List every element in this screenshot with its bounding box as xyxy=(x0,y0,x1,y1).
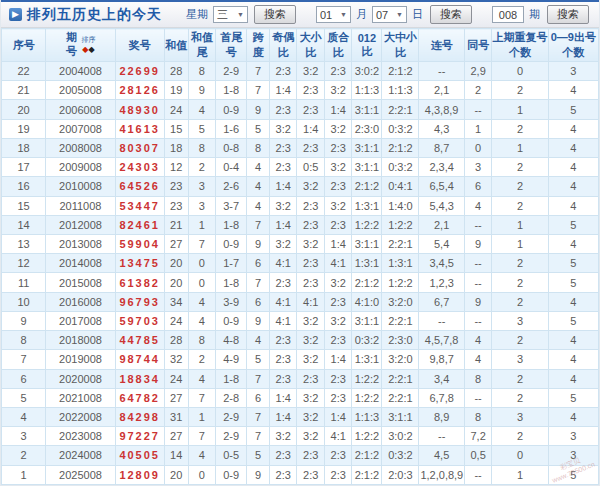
cell-distinct-count: 5 xyxy=(548,465,598,484)
cell-prime-composite: 2:3 xyxy=(324,215,352,234)
cell-repeat-count: 2 xyxy=(492,254,548,273)
cell-odd-even: 2:3 xyxy=(269,465,297,484)
cell-consecutive: 2,3,4 xyxy=(419,158,464,177)
cell-odd-even: 2:3 xyxy=(269,100,297,119)
cell-odd-even: 4:1 xyxy=(269,311,297,330)
cell-period: 2022008 xyxy=(46,407,115,426)
cell-sum-tail: 7 xyxy=(188,234,216,253)
cell-repeat-count: 0 xyxy=(492,62,548,81)
cell-same: 8 xyxy=(464,369,492,388)
cell-period: 2014008 xyxy=(46,254,115,273)
sort-desc-icon[interactable]: ◆ xyxy=(88,45,94,54)
cell-sum: 28 xyxy=(164,331,188,350)
week-select[interactable]: 三 ▼ xyxy=(213,6,248,23)
table-row: 22024008405051440-552:32:32:32:1:20:3:24… xyxy=(2,446,599,465)
cell-span: 5 xyxy=(247,350,270,369)
cell-span: 4 xyxy=(247,177,270,196)
cell-consecutive: 1,2,0,8,9 xyxy=(419,465,464,484)
cell-min-max: 1-8 xyxy=(216,215,247,234)
cell-consecutive: 6,5,4 xyxy=(419,177,464,196)
cell-prime-composite: 2:3 xyxy=(324,292,352,311)
cell-period: 2023008 xyxy=(46,427,115,446)
cell-same: 4 xyxy=(464,196,492,215)
sort-label: 排序 xyxy=(81,36,95,43)
cell-big-small: 3:2 xyxy=(297,234,325,253)
cell-prize: 59703 xyxy=(115,311,164,330)
cell-prime-composite: 2:3 xyxy=(324,138,352,157)
cell-big-small: 3:2 xyxy=(297,407,325,426)
cell-same: 7,2 xyxy=(464,427,492,446)
column-header-label: 期号 xyxy=(65,31,77,59)
cell-repeat-count: 1 xyxy=(492,234,548,253)
cell-period: 2016008 xyxy=(46,292,115,311)
cell-same: 1 xyxy=(464,119,492,138)
chevron-down-icon: ▼ xyxy=(237,11,244,18)
cell-prime-composite: 3:2 xyxy=(324,196,352,215)
cell-big-small: 3:2 xyxy=(297,427,325,446)
column-header-repeat-count: 上期重复号个数 xyxy=(492,29,548,62)
cell-distinct-count: 4 xyxy=(548,331,598,350)
cell-sum-tail: 8 xyxy=(188,138,216,157)
cell-consecutive: -- xyxy=(419,311,464,330)
table-row: 182008008803071880-882:32:32:33:1:12:1:2… xyxy=(2,138,599,157)
cell-repeat-count: 2 xyxy=(492,369,548,388)
cell-span: 5 xyxy=(247,446,270,465)
cell-prime-composite: 3:2 xyxy=(324,119,352,138)
cell-min-max: 2-8 xyxy=(216,388,247,407)
cell-same: 4 xyxy=(464,350,492,369)
table-row: 82018008447852884-842:33:22:30:3:22:3:04… xyxy=(2,331,599,350)
cell-period: 2017008 xyxy=(46,311,115,330)
cell-min-max: 0-4 xyxy=(216,158,247,177)
cell-same: 0 xyxy=(464,138,492,157)
column-header-label: 大中小比 xyxy=(384,31,417,58)
cell-span: 7 xyxy=(247,273,270,292)
cell-span: 7 xyxy=(247,407,270,426)
cell-sum: 32 xyxy=(164,350,188,369)
cell-min-max: 4-9 xyxy=(216,350,247,369)
table-row: 102016008967933443-964:14:12:34:1:03:2:0… xyxy=(2,292,599,311)
column-header-consecutive: 连号 xyxy=(419,29,464,62)
cell-prime-composite: 1:4 xyxy=(324,350,352,369)
cell-span: 6 xyxy=(247,254,270,273)
cell-consecutive: 6,7 xyxy=(419,292,464,311)
cell-same: 9 xyxy=(464,292,492,311)
cell-distinct-count: 4 xyxy=(548,138,598,157)
cell-prize: 28126 xyxy=(115,81,164,100)
month-select[interactable]: 01 ▼ xyxy=(316,6,351,23)
cell-distinct-count: 5 xyxy=(548,273,598,292)
day-select[interactable]: 07 ▼ xyxy=(372,6,407,23)
cell-consecutive: 4,3 xyxy=(419,119,464,138)
cell-repeat-count: 3 xyxy=(492,407,548,426)
cell-consecutive: -- xyxy=(419,62,464,81)
cell-same: 9 xyxy=(464,234,492,253)
issue-input[interactable] xyxy=(492,6,524,23)
cell-prime-composite: 2:3 xyxy=(324,465,352,484)
search-week-button[interactable]: 搜索 xyxy=(254,5,296,24)
cell-span: 6 xyxy=(247,292,270,311)
search-issue-button[interactable]: 搜索 xyxy=(547,5,589,24)
table-row: 172009008243031220-442:30:53:23:1:10:3:2… xyxy=(2,158,599,177)
cell-index: 12 xyxy=(2,254,46,273)
cell-big-small: 2:3 xyxy=(297,254,325,273)
cell-odd-even: 1:4 xyxy=(269,215,297,234)
table-row: 52021008647822772-861:43:22:31:2:22:2:16… xyxy=(2,388,599,407)
issue-label: 期 xyxy=(529,7,540,22)
cell-consecutive: 8,7 xyxy=(419,138,464,157)
cell-big-small: 3:2 xyxy=(297,62,325,81)
search-date-button[interactable]: 搜索 xyxy=(430,5,472,24)
cell-consecutive: 2,1 xyxy=(419,215,464,234)
cell-min-max: 4-8 xyxy=(216,331,247,350)
cell-consecutive: 3,4,5 xyxy=(419,254,464,273)
table-row: 132013008599042770-993:23:21:43:1:12:2:1… xyxy=(2,234,599,253)
column-header-period: 期号排序◆◆ xyxy=(46,29,115,62)
cell-min-max: 1-6 xyxy=(216,119,247,138)
cell-odd-even: 2:3 xyxy=(269,446,297,465)
cell-big-mid-small: 3:2:0 xyxy=(382,292,419,311)
cell-distinct-count: 4 xyxy=(548,177,598,196)
cell-prime-composite: 3:2 xyxy=(324,311,352,330)
cell-big-mid-small: 0:3:2 xyxy=(382,446,419,465)
cell-same: 2 xyxy=(464,81,492,100)
table-row: 72019008987443224-952:33:21:41:3:13:2:09… xyxy=(2,350,599,369)
cell-period: 2020008 xyxy=(46,369,115,388)
cell-odd-even: 2:3 xyxy=(269,350,297,369)
